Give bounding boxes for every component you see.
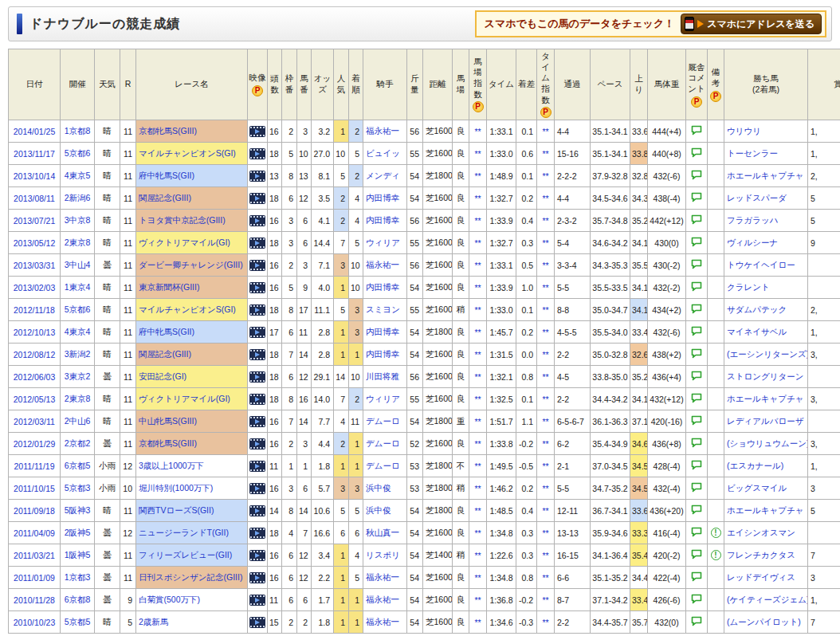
cell-winner-horse[interactable]: フレンチカクタス bbox=[724, 544, 808, 567]
movie-icon[interactable] bbox=[249, 617, 265, 628]
movie-icon[interactable] bbox=[249, 505, 265, 516]
cell-winner-horse[interactable]: ウリウリ bbox=[724, 120, 808, 143]
stable-comment-icon[interactable] bbox=[686, 321, 708, 344]
movie-icon[interactable] bbox=[249, 349, 265, 360]
stable-comment-icon[interactable] bbox=[686, 611, 708, 634]
cell-track-index[interactable]: ** bbox=[469, 522, 487, 544]
movie-icon[interactable] bbox=[249, 528, 265, 539]
movie-icon[interactable] bbox=[249, 193, 265, 204]
stable-comment-icon[interactable] bbox=[686, 589, 708, 611]
cell-venue[interactable]: 6京都5 bbox=[61, 455, 95, 477]
remark-icon[interactable] bbox=[708, 277, 724, 299]
cell-date[interactable]: 2014/01/25 bbox=[9, 120, 61, 143]
movie-icon[interactable] bbox=[249, 483, 265, 494]
cell-date[interactable]: 2012/06/03 bbox=[9, 366, 61, 388]
cell-winner-horse[interactable]: トーセンラー bbox=[724, 143, 808, 165]
stable-comment-icon[interactable] bbox=[691, 438, 702, 448]
movie-icon[interactable] bbox=[249, 260, 265, 271]
cell-venue[interactable]: 6京都8 bbox=[61, 589, 95, 611]
remark-icon[interactable] bbox=[708, 589, 724, 611]
cell-winner-horse[interactable]: (エスカナール) bbox=[724, 455, 808, 477]
stable-comment-icon[interactable] bbox=[686, 344, 708, 366]
remark-icon[interactable] bbox=[708, 477, 724, 500]
stable-comment-icon[interactable] bbox=[686, 455, 708, 477]
stable-comment-icon[interactable] bbox=[686, 522, 708, 544]
send-to-phone-button[interactable]: スマホにアドレスを送る bbox=[681, 14, 822, 34]
cell-track-index[interactable]: ** bbox=[469, 321, 487, 344]
cell-venue[interactable]: 5京都3 bbox=[61, 477, 95, 500]
cell-track-index[interactable]: ** bbox=[469, 210, 487, 232]
stable-comment-icon[interactable] bbox=[691, 147, 702, 158]
cell-time-index[interactable]: ** bbox=[537, 544, 555, 567]
cell-venue[interactable]: 1東京4 bbox=[61, 277, 95, 299]
cell-track-index[interactable]: ** bbox=[469, 567, 487, 589]
cell-date[interactable]: 2010/11/28 bbox=[9, 589, 61, 611]
cell-date[interactable]: 2010/10/23 bbox=[9, 611, 61, 634]
remark-icon[interactable] bbox=[708, 500, 724, 522]
cell-race-name[interactable]: 関西TVローズS(GII) bbox=[136, 500, 248, 522]
cell-date[interactable]: 2011/11/19 bbox=[9, 455, 61, 477]
cell-time-index[interactable]: ** bbox=[537, 120, 555, 143]
cell-track-index[interactable]: ** bbox=[469, 477, 487, 500]
stable-comment-icon[interactable] bbox=[686, 433, 708, 455]
remark-icon[interactable]: ! bbox=[711, 550, 721, 560]
cell-winner-horse[interactable]: レッドデイヴィス bbox=[724, 567, 808, 589]
cell-race-name[interactable]: 京都牝馬S(GIII) bbox=[136, 433, 248, 455]
movie-icon[interactable] bbox=[248, 388, 268, 410]
cell-venue[interactable]: 3東京2 bbox=[61, 366, 95, 388]
cell-time-index[interactable]: ** bbox=[537, 522, 555, 544]
cell-time-index[interactable]: ** bbox=[537, 344, 555, 366]
cell-date[interactable]: 2013/10/14 bbox=[9, 165, 61, 187]
cell-race-name[interactable]: 関屋記念(GIII) bbox=[136, 187, 248, 210]
movie-icon[interactable] bbox=[248, 366, 268, 388]
remark-icon[interactable]: ! bbox=[708, 544, 724, 567]
cell-track-index[interactable]: ** bbox=[469, 344, 487, 366]
cell-track-index[interactable]: ** bbox=[469, 544, 487, 567]
movie-icon[interactable] bbox=[248, 254, 268, 277]
movie-icon[interactable] bbox=[248, 143, 268, 165]
cell-winner-horse[interactable]: (ショウリュウムーン) bbox=[724, 433, 808, 455]
cell-venue[interactable]: 4東京4 bbox=[61, 321, 95, 344]
cell-jockey[interactable]: 浜中俊 bbox=[363, 477, 407, 500]
cell-venue[interactable]: 3新潟2 bbox=[61, 344, 95, 366]
cell-jockey[interactable]: 川田将雅 bbox=[363, 366, 407, 388]
cell-jockey[interactable]: 内田博幸 bbox=[363, 187, 407, 210]
cell-track-index[interactable]: ** bbox=[469, 589, 487, 611]
cell-time-index[interactable]: ** bbox=[537, 500, 555, 522]
cell-jockey[interactable]: 内田博幸 bbox=[363, 277, 407, 299]
cell-winner-horse[interactable]: フラガラッハ bbox=[724, 210, 808, 232]
movie-icon[interactable] bbox=[248, 165, 268, 187]
remark-icon[interactable] bbox=[708, 433, 724, 455]
movie-icon[interactable] bbox=[248, 210, 268, 232]
cell-time-index[interactable]: ** bbox=[537, 388, 555, 410]
cell-race-name[interactable]: ダービー卿チャレンジ(GIII) bbox=[136, 254, 248, 277]
stable-comment-icon[interactable] bbox=[686, 210, 708, 232]
cell-time-index[interactable]: ** bbox=[537, 455, 555, 477]
cell-track-index[interactable]: ** bbox=[469, 299, 487, 321]
stable-comment-icon[interactable] bbox=[691, 192, 702, 202]
remark-icon[interactable] bbox=[708, 567, 724, 589]
cell-winner-horse[interactable]: (ケイティーズジェム) bbox=[724, 589, 808, 611]
remark-icon[interactable] bbox=[708, 366, 724, 388]
cell-race-name[interactable]: 関屋記念(GIII) bbox=[136, 344, 248, 366]
movie-icon[interactable] bbox=[248, 433, 268, 455]
cell-race-name[interactable]: 白菊賞(500万下) bbox=[136, 589, 248, 611]
stable-comment-icon[interactable] bbox=[686, 299, 708, 321]
cell-winner-horse[interactable]: ホエールキャプチャ bbox=[724, 500, 808, 522]
stable-comment-icon[interactable] bbox=[686, 143, 708, 165]
movie-icon[interactable] bbox=[248, 321, 268, 344]
movie-icon[interactable] bbox=[248, 299, 268, 321]
cell-winner-horse[interactable]: ホエールキャプチャ bbox=[724, 165, 808, 187]
movie-icon[interactable] bbox=[249, 461, 265, 472]
cell-time-index[interactable]: ** bbox=[537, 477, 555, 500]
remark-icon[interactable] bbox=[708, 254, 724, 277]
remark-icon[interactable] bbox=[708, 321, 724, 344]
cell-time-index[interactable]: ** bbox=[537, 321, 555, 344]
stable-comment-icon[interactable] bbox=[686, 567, 708, 589]
cell-time-index[interactable]: ** bbox=[537, 232, 555, 254]
cell-venue[interactable]: 2中山6 bbox=[61, 410, 95, 433]
cell-race-name[interactable]: 東京新聞杯(GIII) bbox=[136, 277, 248, 299]
cell-track-index[interactable]: ** bbox=[469, 165, 487, 187]
cell-jockey[interactable]: メンディ bbox=[363, 165, 407, 187]
cell-winner-horse[interactable]: サダムパテック bbox=[724, 299, 808, 321]
